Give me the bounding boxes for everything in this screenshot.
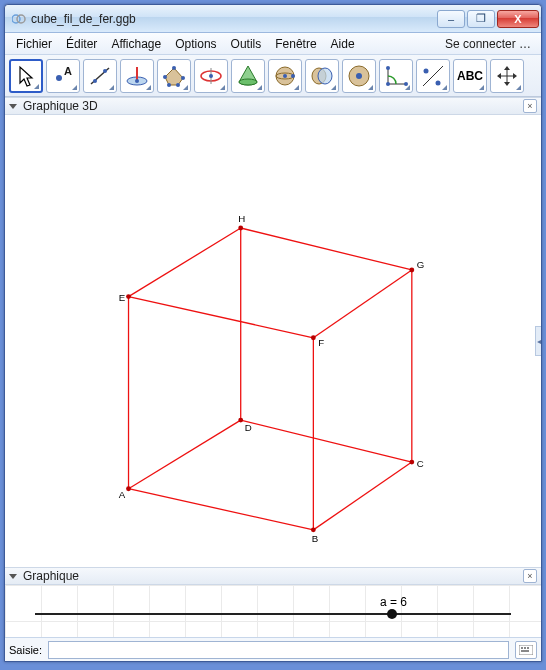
cube-vertex-G[interactable] bbox=[409, 268, 414, 273]
window-title: cube_fil_de_fer.ggb bbox=[31, 12, 437, 26]
cube-vertex-A[interactable] bbox=[126, 486, 131, 491]
svg-point-1 bbox=[17, 15, 25, 23]
slider-label: a = 6 bbox=[380, 595, 407, 609]
svg-point-22 bbox=[283, 74, 287, 78]
command-input[interactable] bbox=[48, 641, 509, 659]
cube-vertex-B[interactable] bbox=[311, 527, 316, 532]
app-icon bbox=[11, 11, 27, 27]
intersect-tool[interactable] bbox=[305, 59, 339, 93]
svg-point-19 bbox=[239, 79, 257, 85]
cube-edge[interactable] bbox=[129, 297, 314, 338]
svg-point-18 bbox=[209, 74, 213, 78]
cube-label-F: F bbox=[318, 337, 324, 348]
menu-edit[interactable]: Éditer bbox=[59, 35, 104, 53]
cube-label-D: D bbox=[245, 422, 252, 433]
svg-point-12 bbox=[181, 76, 185, 80]
svg-point-27 bbox=[356, 73, 362, 79]
cube-edge[interactable] bbox=[241, 420, 412, 462]
text-tool[interactable]: ABC bbox=[453, 59, 487, 93]
svg-rect-37 bbox=[521, 647, 523, 649]
cube-label-H: H bbox=[238, 213, 245, 224]
menu-view[interactable]: Affichage bbox=[104, 35, 168, 53]
cube-edge[interactable] bbox=[129, 420, 241, 489]
cube-label-G: G bbox=[417, 259, 425, 270]
cube-label-B: B bbox=[312, 533, 318, 544]
minimize-button[interactable]: – bbox=[437, 10, 465, 28]
svg-point-15 bbox=[163, 75, 167, 79]
menu-help[interactable]: Aide bbox=[324, 35, 362, 53]
menu-options[interactable]: Options bbox=[168, 35, 223, 53]
graphics-3d-view[interactable]: ABCDEFGH ◂ bbox=[5, 115, 541, 567]
svg-marker-10 bbox=[165, 68, 183, 85]
cube-vertex-H[interactable] bbox=[238, 226, 243, 231]
cube-edge[interactable] bbox=[129, 489, 314, 530]
input-bar: Saisie: bbox=[5, 637, 541, 661]
cube-label-E: E bbox=[119, 292, 126, 303]
cube-label-C: C bbox=[417, 458, 424, 469]
cube-vertex-C[interactable] bbox=[409, 460, 414, 465]
menu-tools[interactable]: Outils bbox=[224, 35, 269, 53]
panel-close-2d[interactable]: × bbox=[523, 569, 537, 583]
menubar: Fichier Éditer Affichage Options Outils … bbox=[5, 33, 541, 55]
cube-label-A: A bbox=[119, 489, 126, 500]
panel-header-2d[interactable]: Graphique × bbox=[5, 567, 541, 585]
titlebar[interactable]: cube_fil_de_fer.ggb – ❐ X bbox=[5, 5, 541, 33]
line-tool[interactable] bbox=[83, 59, 117, 93]
cube-edge[interactable] bbox=[241, 228, 412, 270]
toolbar: A bbox=[5, 55, 541, 97]
sphere-tool[interactable] bbox=[268, 59, 302, 93]
graphics-2d-view[interactable]: a = 6 bbox=[5, 585, 541, 637]
perpendicular-tool[interactable] bbox=[120, 59, 154, 93]
svg-point-25 bbox=[318, 68, 332, 84]
svg-point-5 bbox=[93, 79, 97, 83]
circle-tool[interactable] bbox=[194, 59, 228, 93]
svg-rect-39 bbox=[527, 647, 529, 649]
svg-text:A: A bbox=[64, 65, 72, 77]
cube-vertex-D[interactable] bbox=[238, 418, 243, 423]
keyboard-button[interactable] bbox=[515, 641, 537, 659]
panel-title-2d: Graphique bbox=[23, 569, 79, 583]
svg-point-14 bbox=[167, 83, 171, 87]
side-handle[interactable]: ◂ bbox=[535, 326, 541, 356]
svg-point-2 bbox=[56, 75, 62, 81]
close-button[interactable]: X bbox=[497, 10, 539, 28]
panel-title-3d: Graphique 3D bbox=[23, 99, 98, 113]
reflect-tool[interactable] bbox=[416, 59, 450, 93]
svg-rect-40 bbox=[521, 650, 529, 652]
cube-edge[interactable] bbox=[129, 228, 241, 297]
svg-point-28 bbox=[386, 66, 390, 70]
collapse-icon[interactable] bbox=[9, 574, 17, 579]
panel-header-3d[interactable]: Graphique 3D × bbox=[5, 97, 541, 115]
svg-rect-38 bbox=[524, 647, 526, 649]
net-tool[interactable] bbox=[342, 59, 376, 93]
cube-vertex-F[interactable] bbox=[311, 335, 316, 340]
move-view-tool[interactable] bbox=[490, 59, 524, 93]
svg-point-13 bbox=[176, 83, 180, 87]
menu-window[interactable]: Fenêtre bbox=[268, 35, 323, 53]
cube-vertex-E[interactable] bbox=[126, 294, 131, 299]
cube-edge[interactable] bbox=[313, 270, 411, 338]
point-tool[interactable]: A bbox=[46, 59, 80, 93]
slider-track[interactable] bbox=[35, 613, 511, 615]
panel-close-3d[interactable]: × bbox=[523, 99, 537, 113]
connect-link[interactable]: Se connecter … bbox=[445, 37, 537, 51]
svg-point-23 bbox=[291, 74, 295, 78]
svg-point-11 bbox=[172, 66, 176, 70]
window-controls: – ❐ X bbox=[437, 10, 539, 28]
polygon-tool[interactable] bbox=[157, 59, 191, 93]
svg-point-32 bbox=[424, 68, 429, 73]
collapse-icon[interactable] bbox=[9, 104, 17, 109]
move-tool[interactable] bbox=[9, 59, 43, 93]
svg-point-33 bbox=[436, 80, 441, 85]
input-label: Saisie: bbox=[9, 644, 42, 656]
menu-file[interactable]: Fichier bbox=[9, 35, 59, 53]
angle-tool[interactable] bbox=[379, 59, 413, 93]
svg-point-9 bbox=[135, 79, 139, 83]
app-window: cube_fil_de_fer.ggb – ❐ X Fichier Éditer… bbox=[4, 4, 542, 662]
maximize-button[interactable]: ❐ bbox=[467, 10, 495, 28]
cone-tool[interactable] bbox=[231, 59, 265, 93]
svg-point-6 bbox=[103, 69, 107, 73]
cube-edge[interactable] bbox=[313, 462, 411, 530]
svg-point-29 bbox=[386, 82, 390, 86]
slider-thumb[interactable] bbox=[387, 609, 397, 619]
